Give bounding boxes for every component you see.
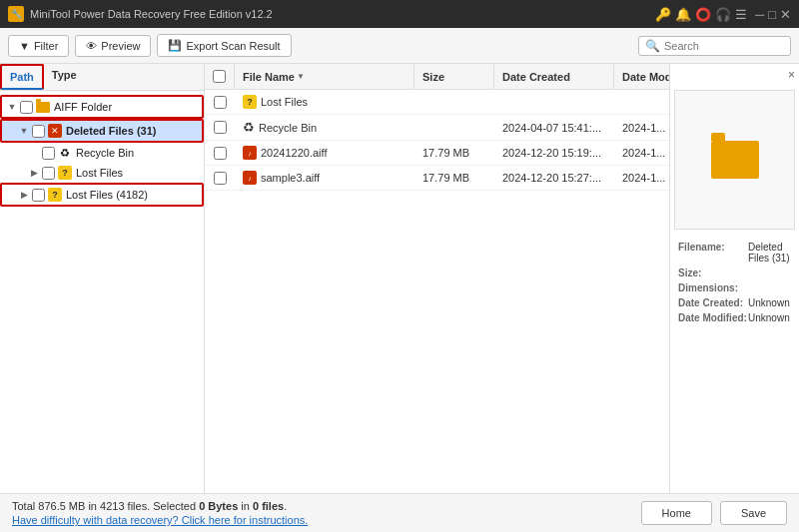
preview-filename-label: Filename: bbox=[678, 242, 748, 264]
select-all-checkbox[interactable] bbox=[213, 70, 226, 83]
search-box: 🔍 bbox=[638, 36, 791, 56]
preview-dimensions-row: Dimensions: bbox=[678, 282, 791, 293]
main-content: Path Type ▼ AIFF Folder ▼ ✕ Del bbox=[0, 64, 799, 493]
tree-item-deleted-files[interactable]: ▼ ✕ Deleted Files (31) bbox=[0, 119, 204, 143]
row-size-20241220: 17.79 MB bbox=[414, 145, 494, 161]
preview-created-row: Date Created: Unknown bbox=[678, 297, 791, 308]
title-bar: 🔧 MiniTool Power Data Recovery Free Edit… bbox=[0, 0, 799, 28]
key-icon[interactable]: 🔑 bbox=[655, 7, 671, 22]
tree-expand-lost[interactable]: ▶ bbox=[18, 189, 30, 201]
left-panel: Path Type ▼ AIFF Folder ▼ ✕ Del bbox=[0, 64, 205, 493]
preview-panel: × Filename: Deleted Files (31) Size: Dim… bbox=[669, 64, 799, 493]
sort-arrow-name: ▼ bbox=[297, 72, 305, 81]
file-list-header: File Name ▼ Size Date Created Date Modif… bbox=[205, 64, 669, 90]
row-checkbox-lost[interactable] bbox=[205, 96, 235, 109]
tree-label-aiff: AIFF Folder bbox=[54, 101, 112, 113]
tree-checkbox-recycle[interactable] bbox=[42, 147, 55, 160]
filter-icon: ▼ bbox=[19, 40, 30, 52]
row-modified-20241220: 2024-1... bbox=[614, 145, 669, 161]
row-name-sample3: ♪ sample3.aiff bbox=[235, 169, 414, 187]
row-icon-aiff1: ♪ bbox=[243, 146, 257, 160]
close-button[interactable]: ✕ bbox=[780, 7, 791, 22]
bottom-buttons: Home Save bbox=[641, 501, 787, 525]
headphone-icon[interactable]: 🎧 bbox=[715, 7, 731, 22]
maximize-button[interactable]: □ bbox=[768, 7, 776, 22]
tree-expand-aiff[interactable]: ▼ bbox=[6, 101, 18, 113]
tree-column-headers: Path Type bbox=[0, 64, 204, 91]
file-tree: ▼ AIFF Folder ▼ ✕ Deleted Files (31) ♻ bbox=[0, 91, 204, 493]
save-button[interactable]: Save bbox=[720, 501, 787, 525]
file-row-20241220[interactable]: ♪ 20241220.aiff 17.79 MB 2024-12-20 15:1… bbox=[205, 141, 669, 166]
row-size-recycle bbox=[414, 126, 494, 130]
col-header-size[interactable]: Size bbox=[414, 65, 494, 89]
row-created-sample3: 2024-12-20 15:27:... bbox=[494, 170, 614, 186]
preview-info-area: Filename: Deleted Files (31) Size: Dimen… bbox=[670, 234, 799, 335]
home-button[interactable]: Home bbox=[641, 501, 712, 525]
tree-checkbox-lost[interactable] bbox=[32, 189, 45, 202]
search-input[interactable] bbox=[664, 40, 784, 52]
row-modified-lost bbox=[614, 100, 669, 104]
col-header-modified[interactable]: Date Modified bbox=[614, 65, 669, 89]
row-icon-aiff2: ♪ bbox=[243, 171, 257, 185]
row-checkbox-recycle[interactable] bbox=[205, 121, 235, 134]
preview-size-row: Size: bbox=[678, 267, 791, 278]
preview-close-button[interactable]: × bbox=[788, 68, 795, 82]
col-header-type[interactable]: Type bbox=[44, 64, 85, 90]
tree-item-lost-files[interactable]: ▶ ? Lost Files (4182) bbox=[0, 183, 204, 207]
col-header-path[interactable]: Path bbox=[0, 64, 44, 90]
preview-dimensions-label: Dimensions: bbox=[678, 282, 748, 293]
preview-icon: 👁 bbox=[86, 40, 97, 52]
file-row-sample3[interactable]: ♪ sample3.aiff 17.79 MB 2024-12-20 15:27… bbox=[205, 166, 669, 191]
col-header-created[interactable]: Date Created bbox=[494, 65, 614, 89]
row-checkbox-sample3[interactable] bbox=[205, 172, 235, 185]
menu-icon[interactable]: ☰ bbox=[735, 7, 747, 22]
preview-size-label: Size: bbox=[678, 267, 748, 278]
question-icon: ? bbox=[47, 187, 63, 203]
preview-created-label: Date Created: bbox=[678, 297, 748, 308]
preview-modified-value: Unknown bbox=[748, 312, 790, 323]
help-link[interactable]: Have difficulty with data recovery? Clic… bbox=[12, 514, 641, 526]
row-created-recycle: 2024-04-07 15:41:... bbox=[494, 120, 614, 136]
tree-label-lost: Lost Files (4182) bbox=[66, 189, 148, 201]
file-list: ? Lost Files ♻ bbox=[205, 90, 669, 493]
tree-checkbox-lost-sub[interactable] bbox=[42, 167, 55, 180]
col-header-name[interactable]: File Name ▼ bbox=[235, 65, 414, 89]
bell-icon[interactable]: 🔔 bbox=[675, 7, 691, 22]
preview-image-area bbox=[674, 90, 795, 230]
file-row-lost-files[interactable]: ? Lost Files bbox=[205, 90, 669, 115]
export-icon: 💾 bbox=[168, 39, 182, 52]
bold-bytes: 0 Bytes bbox=[199, 500, 238, 512]
bottom-bar: Total 876.5 MB in 4213 files. Selected 0… bbox=[0, 493, 799, 532]
tree-expand-lost-sub[interactable]: ▶ bbox=[28, 167, 40, 179]
question-icon-sub: ? bbox=[57, 165, 73, 181]
preview-filename-value: Deleted Files (31) bbox=[748, 242, 791, 264]
row-created-20241220: 2024-12-20 15:19:... bbox=[494, 145, 614, 161]
search-icon: 🔍 bbox=[645, 39, 660, 53]
file-row-recycle[interactable]: ♻ Recycle Bin 2024-04-07 15:41:... 2024-… bbox=[205, 115, 669, 141]
bottom-stats: Total 876.5 MB in 4213 files. Selected 0… bbox=[12, 500, 641, 512]
tree-item-lost-files-sub[interactable]: ▶ ? Lost Files bbox=[0, 163, 204, 183]
export-button[interactable]: 💾 Export Scan Result bbox=[157, 34, 291, 57]
tree-expand-deleted[interactable]: ▼ bbox=[18, 125, 30, 137]
preview-close-area: × bbox=[670, 64, 799, 86]
bold-files: 0 files bbox=[253, 500, 284, 512]
bottom-info: Total 876.5 MB in 4213 files. Selected 0… bbox=[12, 500, 641, 526]
row-size-lost bbox=[414, 100, 494, 104]
tree-item-recycle[interactable]: ♻ Recycle Bin bbox=[0, 143, 204, 163]
recycle-icon: ♻ bbox=[57, 145, 73, 161]
row-modified-recycle: 2024-1... bbox=[614, 120, 669, 136]
preview-button[interactable]: 👁 Preview bbox=[75, 35, 151, 57]
tree-item-aiff-folder[interactable]: ▼ AIFF Folder bbox=[0, 95, 204, 119]
circle-icon[interactable]: ⭕ bbox=[695, 7, 711, 22]
tree-checkbox-aiff[interactable] bbox=[20, 101, 33, 114]
row-checkbox-20241220[interactable] bbox=[205, 147, 235, 160]
row-size-sample3: 17.79 MB bbox=[414, 170, 494, 186]
filter-button[interactable]: ▼ Filter bbox=[8, 35, 69, 57]
preview-modified-row: Date Modified: Unknown bbox=[678, 312, 791, 323]
app-icon: 🔧 bbox=[8, 6, 24, 22]
preview-created-value: Unknown bbox=[748, 297, 790, 308]
minimize-button[interactable]: ─ bbox=[755, 7, 764, 22]
row-name-lost: ? Lost Files bbox=[235, 93, 414, 111]
tree-checkbox-deleted[interactable] bbox=[32, 125, 45, 138]
row-created-lost bbox=[494, 100, 614, 104]
